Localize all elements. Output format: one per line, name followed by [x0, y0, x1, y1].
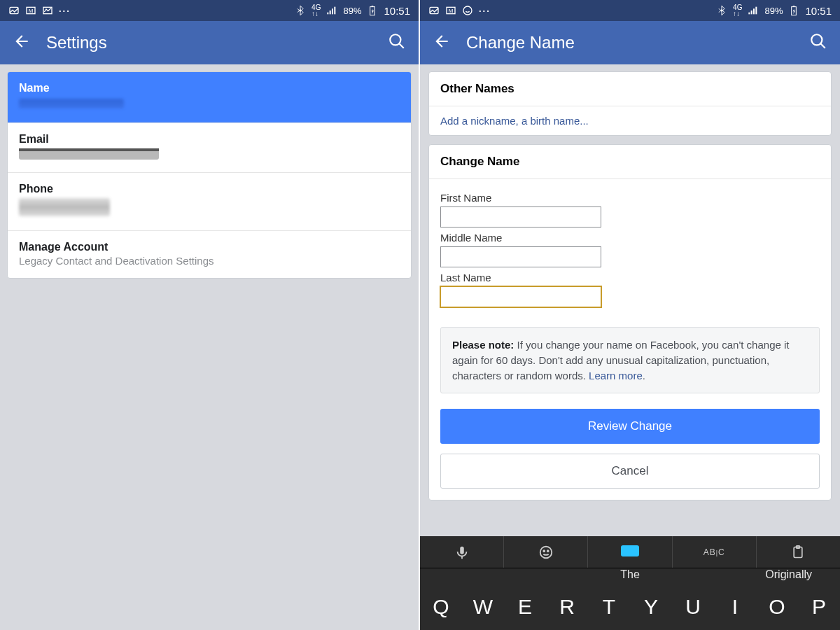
cancel-button[interactable]: Cancel [440, 454, 820, 489]
back-button[interactable] [13, 32, 31, 53]
svg-point-26 [540, 546, 552, 558]
svg-line-11 [399, 43, 404, 48]
page-title: Change Name [466, 33, 794, 52]
app-bar: Change Name [420, 21, 840, 64]
row-manage-sub: Legacy Contact and Deactivation Settings [19, 255, 400, 267]
svg-point-22 [811, 34, 822, 45]
row-name[interactable]: Name [8, 72, 411, 123]
kb-clipboard-icon[interactable] [757, 536, 840, 568]
network-label: 4G↑↓ [312, 4, 321, 17]
row-name-label: Name [19, 82, 400, 94]
row-email-label: Email [19, 133, 400, 146]
svg-rect-6 [332, 8, 333, 14]
battery-percent: 89% [764, 6, 783, 16]
row-phone-label: Phone [19, 183, 400, 195]
image-icon [428, 5, 440, 16]
svg-rect-19 [756, 7, 757, 15]
key-q[interactable]: Q [420, 584, 462, 630]
svg-point-15 [463, 6, 472, 15]
app-bar: Settings [0, 21, 419, 64]
svg-rect-18 [753, 8, 755, 14]
row-manage-account[interactable]: Manage Account Legacy Contact and Deacti… [8, 231, 411, 278]
phone-change-name: M ··· 4G↑↓ 89% 10:51 Change Name Other N… [420, 0, 840, 630]
key-o[interactable]: O [756, 584, 798, 630]
add-nickname-link[interactable]: Add a nickname, a birth name... [429, 106, 831, 135]
notice-prefix: Please note: [452, 339, 514, 351]
more-icon: ··· [479, 6, 491, 16]
kb-suggestion-right[interactable]: Originally [765, 568, 812, 581]
last-name-label: Last Name [440, 272, 820, 284]
mail-icon: M [25, 5, 36, 16]
svg-rect-16 [749, 13, 750, 15]
redacted-phone [19, 198, 110, 216]
svg-rect-21 [793, 6, 795, 6]
first-name-label: First Name [440, 192, 820, 204]
kb-emoji-icon[interactable] [504, 536, 588, 568]
signal-icon [748, 5, 759, 16]
battery-icon [367, 5, 378, 16]
battery-icon [788, 5, 799, 16]
image-icon [8, 5, 20, 16]
review-change-button[interactable]: Review Change [440, 409, 820, 444]
key-y[interactable]: Y [630, 584, 672, 630]
svg-rect-5 [330, 10, 331, 14]
kb-suggestion-center[interactable]: The [620, 568, 640, 581]
network-label: 4G↑↓ [733, 4, 742, 17]
clock: 10:51 [805, 5, 832, 17]
page-title: Settings [46, 33, 372, 52]
search-button[interactable] [809, 32, 827, 53]
svg-rect-29 [622, 546, 638, 556]
svg-rect-17 [751, 10, 752, 14]
key-p[interactable]: P [798, 584, 840, 630]
more-icon: ··· [59, 6, 71, 16]
battery-percent: 89% [343, 6, 361, 16]
middle-name-input[interactable] [440, 246, 601, 267]
kb-mic-icon[interactable] [420, 536, 504, 568]
other-names-card: Other Names Add a nickname, a birth name… [428, 71, 832, 136]
key-u[interactable]: U [672, 584, 714, 630]
chart-icon [42, 5, 53, 16]
clock: 10:51 [384, 5, 410, 17]
last-name-input[interactable] [440, 286, 601, 307]
first-name-input[interactable] [440, 206, 601, 227]
kb-row1: Q W E R T Y U I O P [420, 584, 840, 630]
bluetooth-icon [716, 5, 727, 16]
search-button[interactable] [388, 32, 406, 53]
middle-name-label: Middle Name [440, 232, 820, 244]
key-t[interactable]: T [588, 584, 630, 630]
key-w[interactable]: W [462, 584, 504, 630]
svg-rect-9 [372, 6, 374, 6]
redacted-email [19, 150, 159, 160]
row-phone[interactable]: Phone [8, 173, 411, 231]
key-i[interactable]: I [714, 584, 756, 630]
svg-rect-7 [335, 7, 336, 15]
back-button[interactable] [433, 32, 451, 53]
phone-settings: M ··· 4G↑↓ 89% 10:51 Settings Name Email… [0, 0, 420, 630]
change-name-header: Change Name [429, 145, 831, 179]
settings-list: Name Email Phone Manage Account Legacy C… [7, 71, 412, 279]
redacted-name [19, 99, 124, 108]
svg-rect-24 [460, 546, 464, 554]
row-email[interactable]: Email [8, 123, 411, 173]
svg-point-28 [547, 550, 549, 552]
notice-period: . [643, 370, 645, 382]
svg-rect-12 [430, 7, 438, 13]
kb-text-icon[interactable]: AB|C [673, 536, 757, 568]
signal-icon [326, 5, 337, 16]
learn-more-link[interactable]: Learn more [589, 370, 643, 382]
svg-point-27 [543, 550, 545, 552]
svg-text:M: M [29, 8, 34, 14]
key-r[interactable]: R [546, 584, 588, 630]
status-bar: M ··· 4G↑↓ 89% 10:51 [420, 0, 840, 21]
keyboard[interactable]: AB|C The Originally Q W E R T Y U I O P [420, 536, 840, 630]
other-names-header: Other Names [429, 72, 831, 106]
kb-keyboard-icon[interactable] [588, 536, 672, 568]
row-manage-label: Manage Account [19, 241, 400, 253]
mail-icon: M [445, 5, 456, 16]
svg-line-23 [820, 43, 825, 48]
name-change-notice: Please note: If you change your name on … [440, 327, 820, 393]
svg-point-10 [390, 34, 400, 45]
key-e[interactable]: E [504, 584, 546, 630]
svg-rect-4 [328, 13, 329, 15]
kb-suggestions[interactable]: The Originally [420, 568, 840, 584]
